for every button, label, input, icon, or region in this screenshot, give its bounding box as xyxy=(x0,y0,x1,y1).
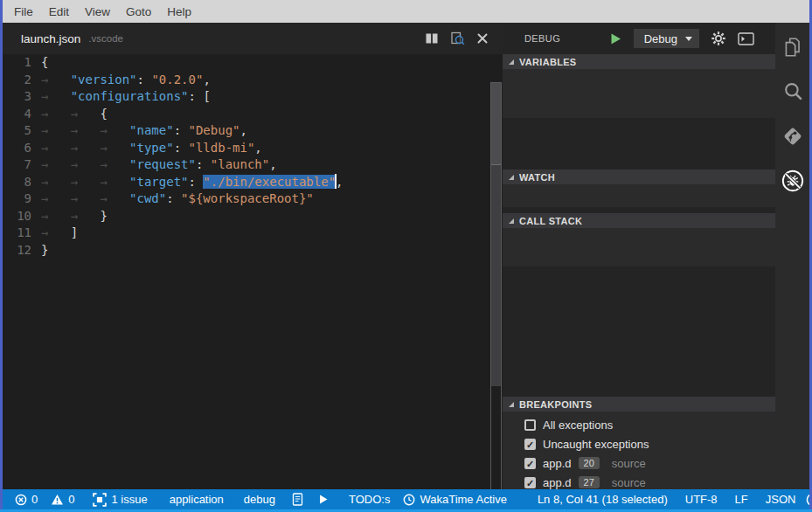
start-debug-button[interactable] xyxy=(609,32,622,45)
section-expanded-icon xyxy=(509,218,514,224)
call-stack-section-body[interactable] xyxy=(503,228,775,266)
activity-debug-button[interactable] xyxy=(781,169,805,193)
line-number[interactable]: 4 xyxy=(3,106,41,123)
line-number[interactable]: 1 xyxy=(3,54,41,72)
variables-section-body[interactable] xyxy=(503,69,775,118)
line-number[interactable]: 7 xyxy=(3,156,41,174)
menu-item-edit[interactable]: Edit xyxy=(41,2,77,22)
problems-errors[interactable]: 0 xyxy=(15,493,38,506)
line-number[interactable]: 5 xyxy=(3,122,41,140)
breakpoints-list: All exceptions✓Uncaught exceptions✓app.d… xyxy=(503,412,775,489)
todos-status[interactable]: TODO:s xyxy=(349,493,390,506)
editor-scrollbar[interactable] xyxy=(490,82,502,508)
scrollbar-thumb[interactable] xyxy=(491,83,501,165)
menu-item-help[interactable]: Help xyxy=(159,2,199,22)
chevron-down-icon xyxy=(685,37,692,41)
code-line-8[interactable]: 8→→→"target": "./bin/executable", xyxy=(3,174,503,191)
breakpoint-line-badge: 27 xyxy=(579,476,600,488)
split-editor-button[interactable] xyxy=(424,31,440,46)
sidebar-title: DEBUG xyxy=(524,33,560,44)
debug-console-icon xyxy=(738,32,754,45)
configure-launch-button[interactable] xyxy=(711,31,726,46)
code-token: : xyxy=(174,123,189,137)
code-token: : xyxy=(137,73,152,86)
whitespace-tab-icon: → xyxy=(100,122,129,140)
task-application[interactable]: application xyxy=(170,493,224,506)
watch-section-body[interactable] xyxy=(503,184,775,207)
variables-section-header[interactable]: VARIABLES xyxy=(503,54,775,69)
line-number[interactable]: 9 xyxy=(3,190,41,208)
cursor-position-status[interactable]: Ln 8, Col 41 (18 selected) xyxy=(538,493,668,506)
debug-sidebar: DEBUG Debug xyxy=(503,23,775,489)
breakpoint-label: app.d xyxy=(543,457,572,470)
section-expanded-icon xyxy=(509,402,514,407)
code-line-11[interactable]: 11→] xyxy=(3,225,503,242)
code-token: , xyxy=(336,175,343,189)
code-line-9[interactable]: 9→→→"cwd": "${workspaceRoot}" xyxy=(3,190,503,208)
whitespace-tab-icon: → xyxy=(41,225,71,242)
call-stack-section-header[interactable]: CALL STACK xyxy=(503,213,775,228)
changelog-status[interactable] xyxy=(292,493,303,506)
menu-item-file[interactable]: File xyxy=(6,2,41,22)
code-token: : xyxy=(196,157,211,171)
code-line-3[interactable]: 3→"configurations": [ xyxy=(3,88,503,106)
wakatime-status[interactable]: WakaTime Active xyxy=(403,493,506,506)
line-content: →→} xyxy=(41,208,108,225)
language-mode-status[interactable]: JSON xyxy=(766,493,796,506)
code-token: "cwd" xyxy=(129,191,166,205)
code-line-4[interactable]: 4→→{ xyxy=(3,106,503,123)
code-token: , xyxy=(203,73,210,86)
line-number[interactable]: 11 xyxy=(3,225,41,242)
line-number[interactable]: 12 xyxy=(3,242,41,259)
code-token: : xyxy=(189,175,204,189)
checkbox-checked[interactable]: ✓ xyxy=(524,439,536,450)
eol-status[interactable]: LF xyxy=(735,493,748,506)
gear-icon xyxy=(711,31,726,46)
activity-explorer-button[interactable] xyxy=(781,35,805,59)
line-number[interactable]: 8 xyxy=(3,174,41,191)
problems-warnings[interactable]: 0 xyxy=(51,493,74,506)
code-line-2[interactable]: 2→"version": "0.2.0", xyxy=(3,72,503,89)
code-token: { xyxy=(100,107,107,121)
whitespace-tab-icon: → xyxy=(41,140,71,157)
whitespace-tab-icon: → xyxy=(41,156,71,174)
menu-item-goto[interactable]: Goto xyxy=(118,2,159,22)
open-debug-console-button[interactable] xyxy=(738,32,754,45)
checkbox-checked[interactable]: ✓ xyxy=(524,458,536,469)
code-line-6[interactable]: 6→→→"type": "lldb-mi", xyxy=(3,140,503,157)
breakpoint-item[interactable]: ✓Uncaught exceptions xyxy=(503,434,775,453)
activity-git-button[interactable] xyxy=(781,124,805,149)
debug-configuration-dropdown[interactable]: Debug xyxy=(634,29,699,48)
issues-status[interactable]: 1 issue xyxy=(93,493,147,507)
breakpoints-section-header[interactable]: BREAKPOINTS xyxy=(503,397,775,412)
selected-text: "./bin/executable" xyxy=(203,175,336,189)
code-line-12[interactable]: 12} xyxy=(3,242,503,259)
line-number[interactable]: 6 xyxy=(3,140,41,157)
line-number[interactable]: 2 xyxy=(3,72,41,89)
line-number[interactable]: 3 xyxy=(3,88,41,106)
code-editor[interactable]: 1{2→"version": "0.2.0",3→"configurations… xyxy=(3,54,503,489)
checkbox-unchecked[interactable] xyxy=(524,419,536,431)
activity-search-button[interactable] xyxy=(781,80,805,104)
task-debug[interactable]: debug xyxy=(244,493,275,506)
code-line-10[interactable]: 10→→} xyxy=(3,208,503,225)
error-icon xyxy=(15,494,27,506)
run-task-status[interactable] xyxy=(318,494,329,505)
watch-section-header[interactable]: WATCH xyxy=(503,170,775,184)
code-line-5[interactable]: 5→→→"name": "Debug", xyxy=(3,122,503,140)
code-line-1[interactable]: 1{ xyxy=(3,54,503,72)
whitespace-tab-icon: → xyxy=(100,156,129,174)
menu-item-view[interactable]: View xyxy=(77,2,118,22)
open-preview-button[interactable] xyxy=(449,31,465,46)
code-token: , xyxy=(254,141,261,155)
close-editor-button[interactable] xyxy=(475,31,490,46)
encoding-status[interactable]: UTF-8 xyxy=(685,493,718,506)
breakpoint-label: Uncaught exceptions xyxy=(543,438,649,451)
status-bar: 0 0 1 issue application debug xyxy=(3,489,809,509)
line-number[interactable]: 10 xyxy=(3,208,41,225)
breakpoint-item[interactable]: ✓app.d20source xyxy=(503,453,775,473)
breakpoint-item[interactable]: All exceptions xyxy=(503,415,775,434)
checkbox-checked[interactable]: ✓ xyxy=(524,477,536,488)
code-lines: 1{2→"version": "0.2.0",3→"configurations… xyxy=(3,54,503,259)
code-line-7[interactable]: 7→→→"request": "launch", xyxy=(3,156,503,174)
